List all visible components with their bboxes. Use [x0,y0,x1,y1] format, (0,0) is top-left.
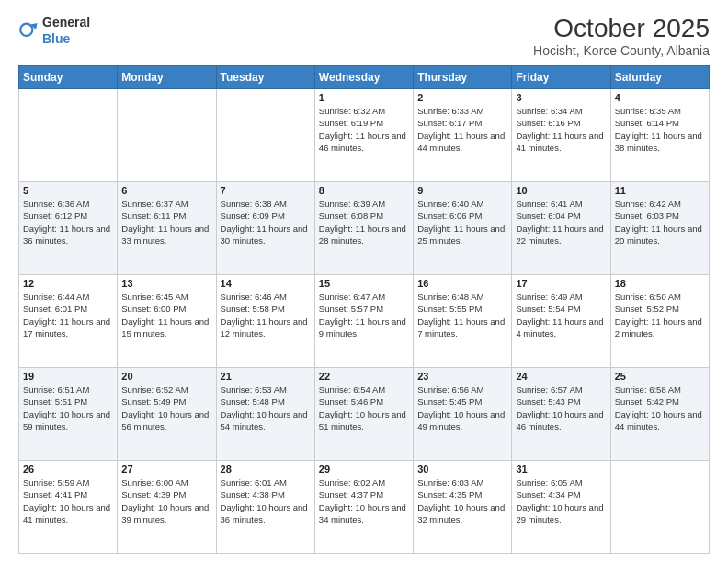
calendar-cell: 30Sunrise: 6:03 AM Sunset: 4:35 PM Dayli… [414,461,512,554]
day-info: Sunrise: 6:48 AM Sunset: 5:55 PM Dayligh… [417,291,507,339]
week-row-1: 1Sunrise: 6:32 AM Sunset: 6:19 PM Daylig… [19,89,710,182]
day-header-saturday: Saturday [610,66,709,89]
day-number: 2 [417,92,507,103]
day-number: 17 [516,278,606,289]
day-info: Sunrise: 6:54 AM Sunset: 5:46 PM Dayligh… [319,384,409,432]
day-number: 1 [319,92,409,103]
day-info: Sunrise: 5:59 AM Sunset: 4:41 PM Dayligh… [23,477,113,525]
calendar-cell: 11Sunrise: 6:42 AM Sunset: 6:03 PM Dayli… [610,182,709,275]
day-number: 12 [23,278,113,289]
day-info: Sunrise: 6:00 AM Sunset: 4:39 PM Dayligh… [121,477,211,525]
day-number: 15 [319,278,409,289]
day-number: 20 [121,371,211,382]
calendar-cell: 4Sunrise: 6:35 AM Sunset: 6:14 PM Daylig… [610,89,709,182]
day-number: 16 [417,278,507,289]
day-info: Sunrise: 6:42 AM Sunset: 6:03 PM Dayligh… [615,198,705,247]
logo-blue: Blue [42,31,70,46]
day-number: 18 [615,278,705,289]
calendar-cell [610,461,709,554]
day-number: 27 [121,464,211,475]
day-info: Sunrise: 6:03 AM Sunset: 4:35 PM Dayligh… [417,477,507,525]
day-info: Sunrise: 6:46 AM Sunset: 5:58 PM Dayligh… [221,291,311,339]
day-number: 7 [221,185,311,196]
day-info: Sunrise: 6:41 AM Sunset: 6:04 PM Dayligh… [516,198,606,247]
day-number: 3 [516,92,606,103]
day-info: Sunrise: 6:45 AM Sunset: 6:00 PM Dayligh… [121,291,211,339]
day-number: 10 [516,185,606,196]
day-header-friday: Friday [512,66,610,89]
header: General Blue October 2025 Hocisht, Korce… [18,14,710,58]
day-info: Sunrise: 6:32 AM Sunset: 6:19 PM Dayligh… [319,105,409,154]
calendar-cell: 15Sunrise: 6:47 AM Sunset: 5:57 PM Dayli… [314,275,413,368]
calendar-cell [216,89,314,182]
day-number: 31 [516,464,606,475]
calendar-cell: 2Sunrise: 6:33 AM Sunset: 6:17 PM Daylig… [414,89,512,182]
month-title: October 2025 [533,14,710,43]
day-header-sunday: Sunday [19,66,118,89]
day-header-thursday: Thursday [414,66,512,89]
day-info: Sunrise: 6:52 AM Sunset: 5:49 PM Dayligh… [121,384,211,432]
calendar-cell: 25Sunrise: 6:58 AM Sunset: 5:42 PM Dayli… [610,368,709,461]
day-number: 8 [319,185,409,196]
logo: General Blue [18,14,90,47]
day-number: 19 [23,371,113,382]
day-info: Sunrise: 6:01 AM Sunset: 4:38 PM Dayligh… [221,477,311,525]
calendar-cell: 29Sunrise: 6:02 AM Sunset: 4:37 PM Dayli… [314,461,413,554]
day-number: 26 [23,464,113,475]
calendar-cell: 22Sunrise: 6:54 AM Sunset: 5:46 PM Dayli… [314,368,413,461]
calendar-cell: 27Sunrise: 6:00 AM Sunset: 4:39 PM Dayli… [118,461,216,554]
calendar-cell: 14Sunrise: 6:46 AM Sunset: 5:58 PM Dayli… [216,275,314,368]
calendar-cell: 8Sunrise: 6:39 AM Sunset: 6:08 PM Daylig… [314,182,413,275]
calendar-cell: 13Sunrise: 6:45 AM Sunset: 6:00 PM Dayli… [118,275,216,368]
calendar-cell: 9Sunrise: 6:40 AM Sunset: 6:06 PM Daylig… [414,182,512,275]
calendar-cell: 3Sunrise: 6:34 AM Sunset: 6:16 PM Daylig… [512,89,610,182]
day-number: 13 [121,278,211,289]
calendar-cell: 6Sunrise: 6:37 AM Sunset: 6:11 PM Daylig… [118,182,216,275]
day-info: Sunrise: 6:38 AM Sunset: 6:09 PM Dayligh… [221,198,311,247]
day-info: Sunrise: 6:05 AM Sunset: 4:34 PM Dayligh… [516,477,606,525]
page: General Blue October 2025 Hocisht, Korce… [0,0,728,563]
calendar-cell: 23Sunrise: 6:56 AM Sunset: 5:45 PM Dayli… [414,368,512,461]
calendar-table: SundayMondayTuesdayWednesdayThursdayFrid… [18,65,710,554]
day-info: Sunrise: 6:39 AM Sunset: 6:08 PM Dayligh… [319,198,409,247]
calendar-cell: 12Sunrise: 6:44 AM Sunset: 6:01 PM Dayli… [19,275,118,368]
day-info: Sunrise: 6:56 AM Sunset: 5:45 PM Dayligh… [417,384,507,432]
day-number: 11 [615,185,705,196]
day-info: Sunrise: 6:02 AM Sunset: 4:37 PM Dayligh… [319,477,409,525]
day-info: Sunrise: 6:50 AM Sunset: 5:52 PM Dayligh… [615,291,705,339]
header-row: SundayMondayTuesdayWednesdayThursdayFrid… [19,66,710,89]
day-number: 4 [615,92,705,103]
day-header-monday: Monday [118,66,216,89]
day-number: 5 [23,185,113,196]
day-number: 14 [221,278,311,289]
location-subtitle: Hocisht, Korce County, Albania [533,43,710,58]
calendar-cell: 1Sunrise: 6:32 AM Sunset: 6:19 PM Daylig… [314,89,413,182]
logo-general: General [42,15,90,29]
week-row-5: 26Sunrise: 5:59 AM Sunset: 4:41 PM Dayli… [19,461,710,554]
calendar-cell: 18Sunrise: 6:50 AM Sunset: 5:52 PM Dayli… [610,275,709,368]
day-number: 30 [417,464,507,475]
calendar-cell [19,89,118,182]
day-info: Sunrise: 6:44 AM Sunset: 6:01 PM Dayligh… [23,291,113,339]
logo-text: General Blue [42,14,90,47]
day-number: 29 [319,464,409,475]
day-info: Sunrise: 6:34 AM Sunset: 6:16 PM Dayligh… [516,105,606,154]
calendar-cell: 21Sunrise: 6:53 AM Sunset: 5:48 PM Dayli… [216,368,314,461]
week-row-2: 5Sunrise: 6:36 AM Sunset: 6:12 PM Daylig… [19,182,710,275]
calendar-cell: 5Sunrise: 6:36 AM Sunset: 6:12 PM Daylig… [19,182,118,275]
logo-icon [18,20,39,40]
day-info: Sunrise: 6:33 AM Sunset: 6:17 PM Dayligh… [417,105,507,154]
day-header-tuesday: Tuesday [216,66,314,89]
calendar-cell: 20Sunrise: 6:52 AM Sunset: 5:49 PM Dayli… [118,368,216,461]
day-number: 25 [615,371,705,382]
day-info: Sunrise: 6:58 AM Sunset: 5:42 PM Dayligh… [615,384,705,432]
day-info: Sunrise: 6:49 AM Sunset: 5:54 PM Dayligh… [516,291,606,339]
week-row-4: 19Sunrise: 6:51 AM Sunset: 5:51 PM Dayli… [19,368,710,461]
svg-point-0 [20,24,32,36]
day-number: 28 [221,464,311,475]
day-info: Sunrise: 6:35 AM Sunset: 6:14 PM Dayligh… [615,105,705,154]
calendar-cell: 24Sunrise: 6:57 AM Sunset: 5:43 PM Dayli… [512,368,610,461]
calendar-cell: 7Sunrise: 6:38 AM Sunset: 6:09 PM Daylig… [216,182,314,275]
calendar-cell: 19Sunrise: 6:51 AM Sunset: 5:51 PM Dayli… [19,368,118,461]
calendar-cell: 28Sunrise: 6:01 AM Sunset: 4:38 PM Dayli… [216,461,314,554]
